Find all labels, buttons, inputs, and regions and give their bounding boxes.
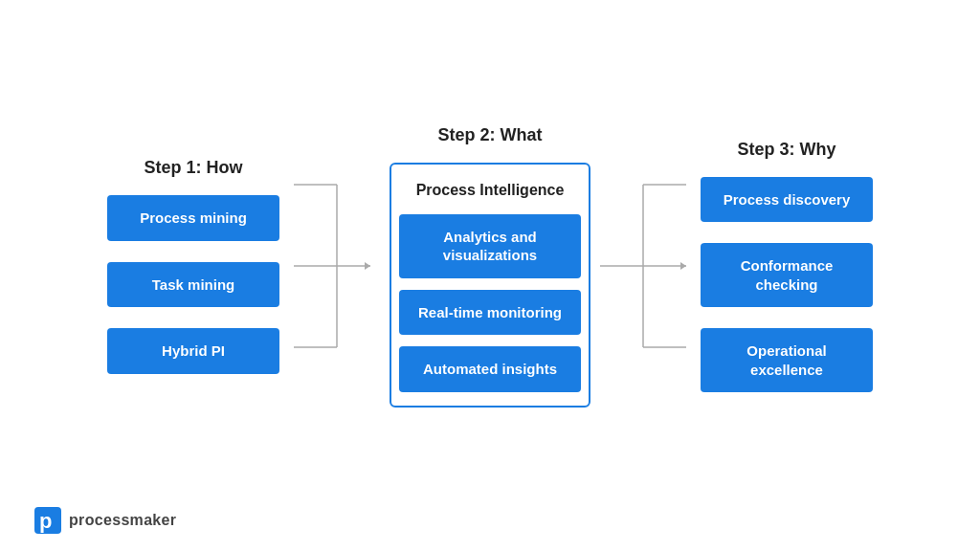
center-box: Process Intelligence Analytics and visua… <box>390 163 590 408</box>
step2-item-2: Real-time monitoring <box>399 290 581 336</box>
right-connector <box>600 156 686 376</box>
step2-item-3: Automated insights <box>399 346 581 392</box>
svg-text:p: p <box>39 509 52 533</box>
step3-item-3: Operational excellence <box>701 328 873 392</box>
step3-item-2: Conformance checking <box>701 243 873 307</box>
processmaker-logo-icon: p <box>34 507 61 534</box>
svg-marker-11 <box>680 262 686 270</box>
step1-title: Step 1: How <box>144 158 242 178</box>
left-connector <box>294 156 380 376</box>
step2-item-1: Analytics and visualizations <box>399 214 581 278</box>
center-box-title: Process Intelligence <box>416 182 565 199</box>
step3-item-1: Process discovery <box>701 177 873 223</box>
svg-marker-5 <box>365 262 370 270</box>
step3-column: Step 3: Why Process discovery Conformanc… <box>686 140 887 393</box>
logo: p processmaker <box>34 507 176 534</box>
step1-item-3: Hybrid PI <box>107 328 279 374</box>
step2-title: Step 2: What <box>437 125 542 145</box>
step1-item-1: Process mining <box>107 195 279 241</box>
step1-column: Step 1: How Process mining Task mining H… <box>93 158 294 374</box>
step1-item-2: Task mining <box>107 262 279 308</box>
logo-text: processmaker <box>69 512 176 529</box>
diagram: Step 1: How Process mining Task mining H… <box>38 29 942 503</box>
step1-items: Process mining Task mining Hybrid PI <box>107 195 279 374</box>
step2-column: Step 2: What Process Intelligence Analyt… <box>380 125 600 408</box>
step3-title: Step 3: Why <box>737 140 835 160</box>
slide: Step 1: How Process mining Task mining H… <box>0 0 980 551</box>
step3-items: Process discovery Conformance checking O… <box>701 177 873 393</box>
